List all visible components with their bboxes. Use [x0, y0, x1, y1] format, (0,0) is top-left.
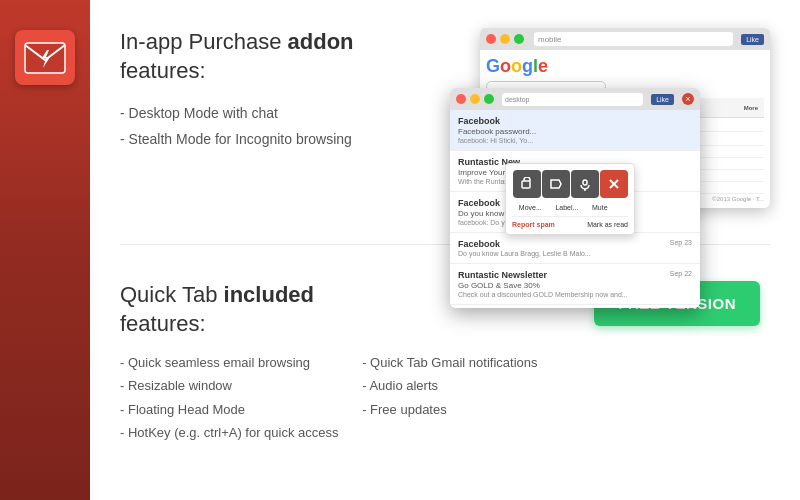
feature-resizable: - Resizable window — [120, 377, 352, 395]
move-icon[interactable] — [513, 170, 541, 198]
move-label[interactable]: Move... — [519, 204, 542, 211]
feature-updates: - Free updates — [362, 401, 594, 419]
like-btn-front[interactable]: Like — [651, 94, 674, 105]
list-item[interactable]: Runtastic Newsletter Sep 18 Order the Ru… — [450, 305, 700, 308]
mail-icon-wrap — [15, 30, 75, 85]
top-heading-normal: In-app Purchase — [120, 29, 288, 54]
top-left-content: In-app Purchase addon features: - Deskto… — [120, 28, 450, 155]
label-icon[interactable] — [542, 170, 570, 198]
addon-feature-2: - Stealth Mode for Incognito browsing — [120, 129, 430, 150]
context-menu-bottom: Report spam Mark as read — [512, 216, 628, 228]
addon-features-list: - Desktop Mode with chat - Stealth Mode … — [120, 103, 430, 150]
sidebar — [0, 0, 90, 500]
like-btn-back[interactable]: Like — [741, 34, 764, 45]
screenshot-front: desktop Like × Facebook Facebook passwor… — [450, 88, 700, 308]
mark-as-read-label[interactable]: Mark as read — [587, 221, 628, 228]
feature-seamless: - Quick seamless email browsing — [120, 354, 352, 372]
mute-icon[interactable] — [571, 170, 599, 198]
back-titlebar: mobile Like — [480, 28, 770, 50]
feature-notifications: - Quick Tab Gmail notifications — [362, 354, 594, 372]
included-features-list: - Quick seamless email browsing - Resiza… — [120, 354, 594, 442]
close-context-icon[interactable] — [600, 170, 628, 198]
list-item[interactable]: Runtastic Newsletter Sep 22 Go GOLD & Sa… — [450, 264, 700, 305]
bottom-heading-suffix: features: — [120, 311, 206, 336]
context-menu-action-labels: Move... Label... Mute — [512, 204, 628, 211]
context-menu-icons — [512, 170, 628, 198]
svg-rect-4 — [583, 180, 587, 185]
top-heading: In-app Purchase addon features: — [120, 28, 430, 85]
google-logo: Google — [486, 56, 764, 77]
top-heading-suffix: features: — [120, 58, 206, 83]
mail-icon — [24, 42, 66, 74]
address-bar-front[interactable]: desktop — [502, 93, 643, 106]
list-item[interactable]: Facebook Facebook password... facebook: … — [450, 110, 700, 151]
label-label[interactable]: Label... — [555, 204, 578, 211]
minimize-btn[interactable] — [500, 34, 510, 44]
front-titlebar: desktop Like × — [450, 88, 700, 110]
minimize-btn-front[interactable] — [470, 94, 480, 104]
addon-feature-1: - Desktop Mode with chat — [120, 103, 430, 124]
address-bar-back[interactable]: mobile — [534, 32, 733, 46]
close-btn[interactable] — [486, 34, 496, 44]
feature-audio: - Audio alerts — [362, 377, 594, 395]
svg-marker-3 — [551, 180, 561, 188]
bottom-heading-bold: included — [224, 282, 314, 307]
top-heading-bold: addon — [288, 29, 354, 54]
screenshots-area: mobile Like Google Gmail ▾ COMPOSE More — [450, 28, 770, 228]
top-section: In-app Purchase addon features: - Deskto… — [120, 28, 770, 228]
maximize-btn[interactable] — [514, 34, 524, 44]
feature-floating: - Floating Head Mode — [120, 401, 352, 419]
svg-rect-2 — [522, 181, 530, 188]
more-label[interactable]: More — [744, 105, 758, 111]
context-menu: Move... Label... Mute Report spam Mark a… — [505, 163, 635, 235]
feature-hotkey: - HotKey (e.g. ctrl+A) for quick access — [120, 424, 352, 442]
report-spam-label[interactable]: Report spam — [512, 221, 555, 228]
main-content: In-app Purchase addon features: - Deskto… — [90, 0, 800, 500]
mute-label[interactable]: Mute — [592, 204, 608, 211]
maximize-btn-front[interactable] — [484, 94, 494, 104]
bottom-heading-normal: Quick Tab — [120, 282, 224, 307]
close-btn-front[interactable] — [456, 94, 466, 104]
close-icon-front[interactable]: × — [682, 93, 694, 105]
list-item[interactable]: Facebook Sep 23 Do you know Laura Bragg,… — [450, 233, 700, 264]
